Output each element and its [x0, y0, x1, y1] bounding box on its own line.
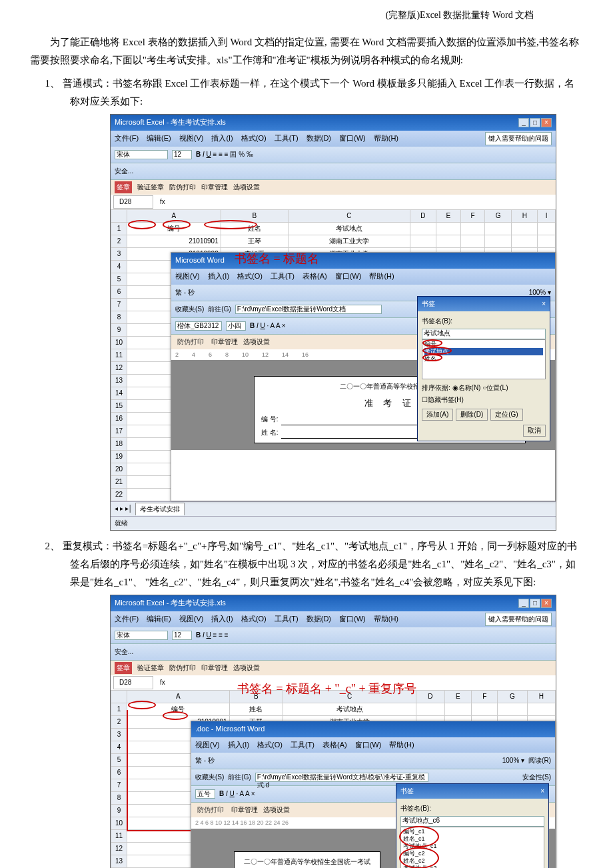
w1-view[interactable]: 视图(V): [175, 270, 200, 283]
security-button[interactable]: 安全...: [115, 165, 133, 177]
min2[interactable]: _: [518, 599, 529, 608]
s2-2[interactable]: 防伪打印: [169, 662, 196, 674]
bm-i2[interactable]: 姓名: [424, 355, 436, 362]
sig-stamp[interactable]: 签章: [115, 181, 132, 193]
m2-insert[interactable]: 插入(I): [211, 613, 233, 626]
bl2[interactable]: 考试地点_c1: [403, 843, 542, 850]
m2-format[interactable]: 格式(O): [241, 613, 267, 626]
font2[interactable]: 宋体: [115, 631, 168, 640]
w2-sec[interactable]: 安全性(S): [522, 771, 551, 783]
w1-help[interactable]: 帮助(H): [369, 270, 394, 283]
bm-i0[interactable]: 编号: [424, 341, 436, 347]
w1-sig3[interactable]: 选项设置: [243, 336, 270, 348]
s2-1[interactable]: 验证签章: [137, 662, 164, 674]
m2-help[interactable]: 帮助(H): [374, 613, 398, 626]
w1-font[interactable]: 楷体_GB2312: [175, 321, 222, 331]
bm2-list[interactable]: 编号_c1 姓名_c1 考试地点_c1 编号_c2 姓名_c2 考试地点_c2 …: [400, 827, 544, 868]
m2-window[interactable]: 窗口(W): [339, 613, 366, 626]
sig-options[interactable]: 选项设置: [233, 181, 260, 193]
w2-path[interactable]: F:\rd\mye\Excel数据批量转Word文档\模板\准考证-重复模式.d: [255, 773, 428, 782]
col-d[interactable]: D: [410, 209, 436, 222]
help2[interactable]: 键入需要帮助的问题: [485, 613, 552, 626]
c2-d[interactable]: D: [416, 690, 444, 703]
w1-goto[interactable]: 前往(G): [208, 303, 231, 315]
name-box[interactable]: D28: [113, 195, 153, 209]
m2-data[interactable]: 数据(D): [306, 613, 331, 626]
menu-insert[interactable]: 插入(I): [211, 132, 233, 145]
w2-i[interactable]: 插入(I): [228, 739, 249, 752]
bm2-input[interactable]: 考试地点_c6: [400, 816, 544, 827]
close2[interactable]: ×: [541, 599, 552, 608]
w1-window[interactable]: 窗口(W): [335, 270, 362, 283]
w2-w[interactable]: 窗口(W): [355, 739, 382, 752]
w1-path[interactable]: F:\rd\mye\Excel数据批量转Word文档: [235, 305, 382, 314]
bm-list[interactable]: 编号 考试地点 姓名: [422, 339, 546, 379]
menu-tools[interactable]: 工具(T): [275, 132, 299, 145]
font-select[interactable]: 宋体: [115, 150, 168, 159]
col-h[interactable]: H: [512, 209, 538, 222]
sheet-tab[interactable]: 考生考试安排: [135, 503, 185, 515]
fontsize-select[interactable]: 12: [172, 150, 192, 159]
w1-tools[interactable]: 工具(T): [271, 270, 295, 283]
col-g[interactable]: G: [484, 209, 511, 222]
menu-view[interactable]: 视图(V): [179, 132, 204, 145]
bm-go[interactable]: 定位(G): [490, 409, 522, 421]
bl5[interactable]: 考试地点_c2: [403, 865, 542, 868]
bm2-x[interactable]: ×: [540, 785, 544, 797]
w2-read[interactable]: 阅读(R): [528, 755, 551, 767]
col-a[interactable]: A: [127, 209, 221, 222]
w1-sig2[interactable]: 印章管理: [211, 336, 238, 348]
s2-4[interactable]: 选项设置: [233, 662, 260, 674]
col-corner[interactable]: [111, 209, 127, 222]
bl1[interactable]: 姓名_c1: [403, 835, 542, 843]
bm-add[interactable]: 添加(A): [422, 409, 453, 421]
s2-0[interactable]: 签章: [115, 662, 132, 674]
maximize-button[interactable]: □: [530, 118, 540, 127]
w2-s2[interactable]: 印章管理: [231, 804, 258, 816]
w2-t[interactable]: 工具(T): [291, 739, 314, 752]
menu-window[interactable]: 窗口(W): [339, 132, 366, 145]
w2-fav[interactable]: 收藏夹(S): [195, 771, 224, 783]
w2-tb[interactable]: 表格(A): [322, 739, 347, 752]
close-button[interactable]: ×: [541, 118, 552, 127]
w1-fontsize[interactable]: 小四: [226, 321, 246, 331]
max2[interactable]: □: [530, 599, 540, 608]
bm-close-icon[interactable]: ×: [542, 298, 546, 310]
s2-3[interactable]: 印章管理: [201, 662, 228, 674]
col-c[interactable]: C: [288, 209, 410, 222]
w1-table[interactable]: 表格(A): [303, 270, 327, 283]
sig-verify[interactable]: 验证签章: [137, 181, 164, 193]
bm-input[interactable]: 考试地点: [422, 329, 546, 339]
c2-0[interactable]: [111, 690, 127, 703]
menu-format[interactable]: 格式(O): [241, 132, 267, 145]
bm-del[interactable]: 删除(D): [456, 409, 488, 421]
m2-tools[interactable]: 工具(T): [275, 613, 299, 626]
w1-sig1[interactable]: 防伪打印: [175, 336, 206, 348]
col-e[interactable]: E: [436, 209, 460, 222]
bm-hide[interactable]: 隐藏书签(H): [428, 396, 464, 403]
col-b[interactable]: B: [221, 209, 288, 222]
sig-manage[interactable]: 印章管理: [201, 181, 228, 193]
bm-cancel[interactable]: 取消: [523, 425, 546, 437]
m2-edit[interactable]: 编辑(E): [147, 613, 171, 626]
c2-g[interactable]: G: [498, 690, 527, 703]
m2-view[interactable]: 视图(V): [179, 613, 204, 626]
w2-fs[interactable]: 五号: [195, 789, 215, 799]
bl4[interactable]: 姓名_c2: [403, 857, 542, 865]
w2-h[interactable]: 帮助(H): [389, 739, 414, 752]
c2-f[interactable]: F: [472, 690, 498, 703]
bl0[interactable]: 编号_c1: [403, 828, 542, 835]
w1-insert[interactable]: 插入(I): [208, 270, 229, 283]
col-i[interactable]: I: [538, 209, 556, 222]
w2-f[interactable]: 格式(O): [257, 739, 283, 752]
help-search[interactable]: 键入需要帮助的问题: [485, 132, 552, 145]
menu-file[interactable]: 文件(F): [115, 132, 139, 145]
w2-s1[interactable]: 防伪打印: [195, 804, 226, 816]
bm-opt-pos[interactable]: 位置(L): [486, 384, 508, 391]
c2-e[interactable]: E: [444, 690, 472, 703]
c2-h[interactable]: H: [527, 690, 556, 703]
col-f[interactable]: F: [461, 209, 485, 222]
menu-help[interactable]: 帮助(H): [374, 132, 398, 145]
fs2[interactable]: 12: [172, 631, 192, 640]
sig-print[interactable]: 防伪打印: [169, 181, 196, 193]
